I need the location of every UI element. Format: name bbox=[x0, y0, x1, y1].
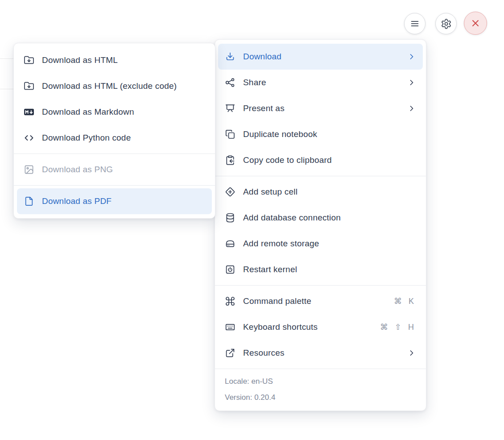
menu-item-keyboard-shortcuts[interactable]: Keyboard shortcuts ⌘ ⇧ H bbox=[215, 314, 426, 340]
menu-item-command-palette[interactable]: Command palette ⌘ K bbox=[215, 288, 426, 314]
command-icon bbox=[225, 296, 235, 307]
share-icon bbox=[225, 77, 235, 88]
menu-item-add-setup-cell[interactable]: Add setup cell bbox=[215, 179, 426, 205]
menu-divider bbox=[215, 369, 426, 369]
menu-item-label: Add database connection bbox=[243, 213, 416, 223]
submenu-item-download-html[interactable]: Download as HTML bbox=[14, 47, 215, 73]
submenu-item-download-html-exclude-code[interactable]: Download as HTML (exclude code) bbox=[14, 73, 215, 99]
menu-item-label: Download Python code bbox=[42, 133, 205, 143]
markdown-icon bbox=[24, 107, 34, 117]
menu-item-resources[interactable]: Resources bbox=[215, 340, 426, 366]
menu-item-label: Add remote storage bbox=[243, 239, 416, 249]
menu-item-share[interactable]: Share bbox=[215, 70, 426, 95]
copy-icon bbox=[225, 129, 235, 140]
menu-item-label: Resources bbox=[243, 348, 400, 358]
notebook-actions-menu: Download Share bbox=[215, 39, 426, 411]
menu-divider bbox=[215, 176, 426, 176]
menu-item-present-as[interactable]: Present as bbox=[215, 95, 426, 121]
file-icon bbox=[24, 196, 34, 207]
menu-item-label: Duplicate notebook bbox=[243, 129, 416, 139]
menu-item-label: Download as Markdown bbox=[42, 107, 205, 117]
close-button[interactable] bbox=[464, 12, 487, 35]
submenu-item-download-markdown[interactable]: Download as Markdown bbox=[14, 99, 215, 125]
menu-item-copy-code[interactable]: Copy code to clipboard bbox=[215, 147, 426, 173]
locale-text: Locale: en-US bbox=[215, 374, 426, 390]
submenu-item-download-png[interactable]: Download as PNG bbox=[14, 157, 215, 183]
menu-divider bbox=[14, 154, 215, 154]
menu-item-label: Restart kernel bbox=[243, 265, 416, 274]
hard-drive-icon bbox=[225, 238, 235, 249]
menu-item-label: Keyboard shortcuts bbox=[243, 322, 372, 332]
menu-item-label: Download as HTML bbox=[42, 55, 205, 65]
background-cell-border bbox=[0, 89, 14, 89]
menu-item-label: Command palette bbox=[243, 296, 386, 306]
code-icon bbox=[24, 133, 34, 143]
menu-divider bbox=[215, 285, 426, 286]
background-cell-border bbox=[0, 58, 14, 59]
menu-item-duplicate-notebook[interactable]: Duplicate notebook bbox=[215, 121, 426, 147]
app-window: Download Share bbox=[0, 0, 504, 440]
menu-item-download[interactable]: Download bbox=[218, 44, 423, 70]
menu-item-add-database-connection[interactable]: Add database connection bbox=[215, 205, 426, 231]
menu-item-label: Add setup cell bbox=[243, 187, 416, 197]
settings-button[interactable] bbox=[435, 13, 457, 34]
power-square-icon bbox=[225, 264, 235, 275]
submenu-item-download-python[interactable]: Download Python code bbox=[14, 125, 215, 151]
shortcut-hint: ⌘ ⇧ H bbox=[380, 322, 416, 332]
menu-footer: Locale: en-US Version: 0.20.4 bbox=[215, 372, 426, 407]
clipboard-copy-icon bbox=[225, 155, 235, 166]
menu-item-label: Copy code to clipboard bbox=[243, 155, 416, 165]
chevron-right-icon bbox=[407, 104, 416, 113]
version-text: Version: 0.20.4 bbox=[215, 390, 426, 406]
chevron-right-icon bbox=[407, 52, 416, 61]
keyboard-icon bbox=[225, 322, 235, 332]
folder-down-icon bbox=[24, 55, 34, 66]
download-icon bbox=[225, 51, 235, 62]
external-link-icon bbox=[225, 348, 235, 358]
hamburger-icon bbox=[410, 19, 420, 29]
menu-divider bbox=[14, 185, 215, 186]
diamond-plus-icon bbox=[225, 187, 235, 197]
menu-item-label: Download as PDF bbox=[42, 196, 205, 206]
image-icon bbox=[24, 164, 34, 175]
menu-item-restart-kernel[interactable]: Restart kernel bbox=[215, 257, 426, 282]
close-icon bbox=[470, 18, 481, 29]
folder-down-icon bbox=[24, 81, 34, 91]
menu-item-label: Download bbox=[243, 52, 400, 62]
database-icon bbox=[225, 212, 235, 223]
submenu-item-download-pdf[interactable]: Download as PDF bbox=[17, 188, 212, 214]
chevron-right-icon bbox=[407, 349, 416, 357]
menu-item-label: Download as HTML (exclude code) bbox=[42, 81, 205, 91]
download-submenu: Download as HTML Download as HTML (exclu… bbox=[13, 43, 215, 219]
menu-item-label: Download as PNG bbox=[42, 165, 205, 174]
notebook-menu-button[interactable] bbox=[404, 13, 426, 34]
gear-icon bbox=[441, 18, 452, 29]
shortcut-hint: ⌘ K bbox=[394, 296, 416, 306]
menu-item-label: Share bbox=[243, 78, 400, 87]
menu-item-label: Present as bbox=[243, 104, 400, 113]
menu-item-add-remote-storage[interactable]: Add remote storage bbox=[215, 231, 426, 257]
chevron-right-icon bbox=[407, 78, 416, 87]
presentation-icon bbox=[225, 103, 235, 114]
